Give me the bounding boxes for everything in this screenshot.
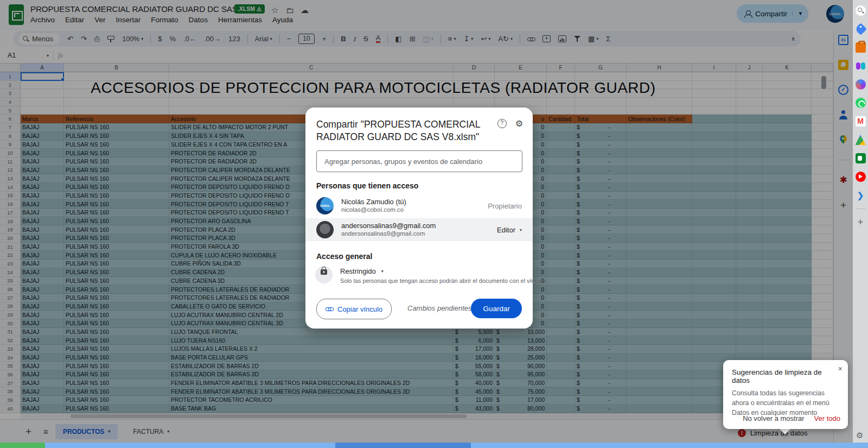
lock-icon: [321, 269, 327, 275]
pinwheel-icon[interactable]: [856, 79, 866, 90]
pending-changes-label: Cambios pendientes: [407, 304, 472, 312]
link-icon: [326, 307, 333, 311]
person-name: Nicolás Zamudio (tú): [341, 198, 406, 206]
popup-body: Consulta todas las sugerencias ahora o e…: [732, 389, 839, 418]
chevron-icon[interactable]: ❯: [856, 190, 866, 200]
toolbox-icon[interactable]: [856, 42, 866, 53]
copy-link-button[interactable]: Copiar vínculo: [316, 299, 392, 319]
person-email: nicolas@cobol.com.co: [341, 206, 406, 214]
access-level-dropdown[interactable]: Restringido ▾: [340, 267, 384, 275]
right-app-strip: M❯+: [853, 0, 868, 448]
general-access-title: Acceso general: [316, 252, 373, 261]
see-all-button[interactable]: Ver todo: [814, 414, 840, 422]
cleanup-suggestions-popup: Sugerencias de limpieza de datos × Consu…: [723, 360, 848, 429]
divider: [856, 209, 865, 209]
access-level-label: Restringido: [340, 267, 376, 275]
gmail-icon[interactable]: M: [856, 116, 866, 127]
tag-icon[interactable]: [854, 23, 867, 35]
dialog-title: Compartir "PROPUESTA COMERCIAL RADIATOR …: [316, 118, 495, 143]
person-row-editor[interactable]: andersonsalinas9@gmail.com andersonsalin…: [305, 218, 533, 241]
copy-link-label: Copiar vínculo: [337, 305, 382, 313]
access-description: Solo las personas que tengan acceso podr…: [340, 277, 545, 284]
chevron-down-icon: ▾: [381, 269, 384, 274]
gear-icon[interactable]: ⚙: [856, 431, 863, 440]
person-name: andersonsalinas9@gmail.com: [341, 222, 436, 230]
taskbar-segment-blue-2[interactable]: [335, 443, 471, 448]
save-button[interactable]: Guardar: [471, 299, 522, 318]
dialog-header-icons: ? ⚙: [497, 118, 523, 129]
help-icon[interactable]: ?: [497, 119, 507, 128]
settings-gear-icon[interactable]: ⚙: [515, 118, 523, 129]
avatar: COBOL: [316, 197, 334, 214]
role-label: Editor: [497, 226, 515, 234]
add-icon[interactable]: +: [856, 217, 866, 228]
avatar: [316, 221, 334, 238]
contacts-icon[interactable]: [856, 61, 866, 71]
add-people-input[interactable]: [316, 150, 522, 172]
person-role-dropdown[interactable]: Editor ▾: [497, 226, 522, 234]
people-section-title: Personas que tienen acceso: [316, 181, 418, 190]
drive-icon[interactable]: [856, 135, 866, 145]
person-role: Propietario: [488, 202, 522, 210]
taskbar-segment-green[interactable]: [0, 443, 45, 448]
meet-icon[interactable]: [856, 153, 866, 163]
popup-title: Sugerencias de limpieza de datos: [732, 368, 839, 384]
taskbar-segment-blue-3[interactable]: [471, 443, 868, 448]
save-label: Guardar: [483, 305, 510, 313]
taskbar-segment-blue-1[interactable]: [45, 443, 335, 448]
restricted-lock-badge[interactable]: [315, 266, 333, 283]
share-dialog: Compartir "PROPUESTA COMERCIAL RADIATOR …: [305, 108, 533, 329]
person-email: andersonsalinas9@gmail.com: [341, 230, 436, 238]
google-sheets-app: PROPUESTA COMERCIAL RADIATOR GUARD DC SA…: [0, 0, 868, 448]
whatsapp-icon[interactable]: [856, 98, 866, 108]
chevron-down-icon: ▾: [520, 228, 522, 232]
search-icon[interactable]: [856, 5, 866, 16]
dismiss-button[interactable]: No volver a mostrar: [743, 414, 804, 422]
ytmusic-icon[interactable]: [856, 172, 866, 182]
close-icon[interactable]: ×: [838, 364, 843, 373]
person-row-owner[interactable]: COBOL Nicolás Zamudio (tú) nicolas@cobol…: [305, 194, 533, 217]
